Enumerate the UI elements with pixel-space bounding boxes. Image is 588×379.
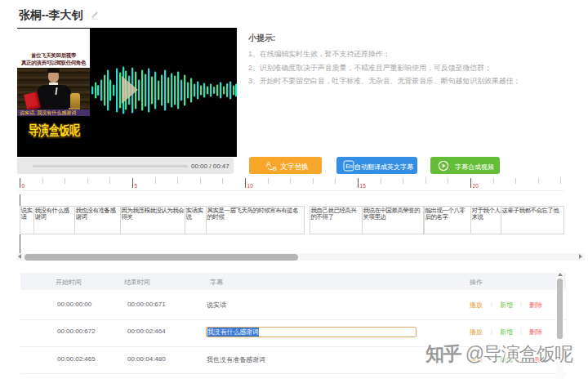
svg-text:En: En: [345, 163, 353, 168]
svg-text:B: B: [273, 166, 277, 172]
svg-text:A: A: [266, 160, 271, 168]
